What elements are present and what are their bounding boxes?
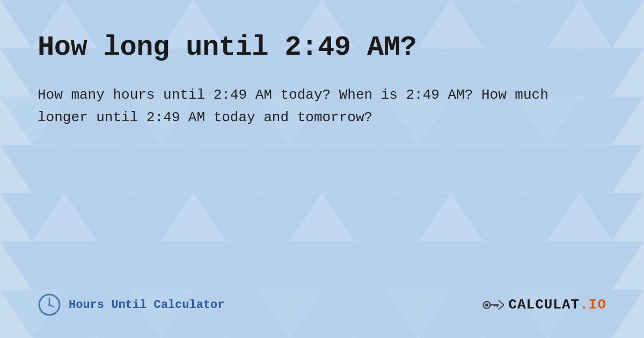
- page-description: How many hours until 2:49 AM today? When…: [38, 84, 606, 129]
- logo: CALCULAT.IO: [482, 296, 606, 313]
- footer-branding-left: Hours Until Calculator: [38, 293, 224, 317]
- svg-rect-161: [497, 304, 498, 307]
- svg-rect-162: [494, 304, 495, 306]
- svg-point-157: [48, 304, 50, 306]
- logo-accent: .IO: [580, 297, 606, 313]
- svg-point-159: [486, 304, 489, 307]
- logo-text: CALCULAT.IO: [508, 297, 606, 313]
- footer-label: Hours Until Calculator: [69, 298, 224, 312]
- clock-icon: [38, 293, 61, 317]
- footer: Hours Until Calculator CALCULAT.IO: [38, 282, 606, 317]
- logo-icon: [482, 296, 504, 313]
- page-title: How long until 2:49 AM?: [38, 32, 606, 63]
